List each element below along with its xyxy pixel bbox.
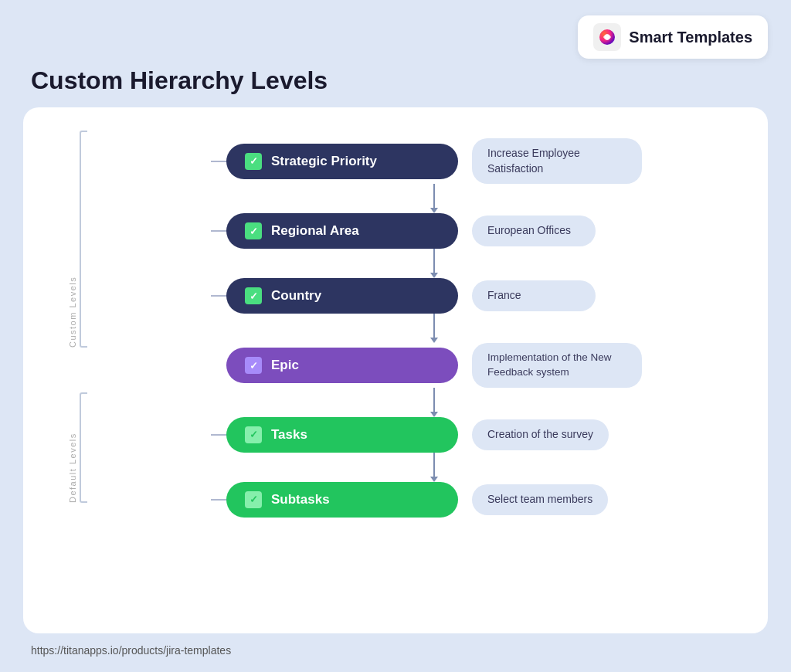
footer-url: https://titanapps.io/products/jira-templ…	[23, 644, 768, 657]
arrow-5	[430, 453, 438, 482]
node-row-subtasks: ✓ Subtasks Select team members	[211, 482, 642, 518]
node-tasks: ✓ Tasks	[226, 417, 458, 453]
checkmark-subtasks: ✓	[250, 494, 258, 505]
smart-templates-label: Smart Templates	[629, 29, 752, 46]
desc-pill-regional: European Offices	[472, 216, 596, 246]
checkbox-country: ✓	[245, 287, 262, 304]
checkmark-strategic: ✓	[250, 155, 258, 167]
checkmark-country: ✓	[250, 290, 258, 302]
desc-pill-epic: Implementation of the New Feedback syste…	[472, 343, 642, 388]
checkmark-regional: ✓	[250, 226, 258, 237]
connector-h-tasks	[211, 434, 226, 436]
node-row-epic: ✓ Epic Implementation of the New Feedbac…	[211, 343, 642, 388]
node-subtasks: ✓ Subtasks	[226, 482, 458, 518]
node-row-strategic-priority: ✓ Strategic Priority Increase Employee S…	[211, 138, 642, 184]
node-label-tasks: Tasks	[271, 427, 307, 443]
default-levels-brace: Default Levels	[68, 392, 87, 503]
desc-pill-tasks: Creation of the survey	[472, 419, 609, 450]
svg-point-2	[605, 35, 609, 39]
checkbox-subtasks: ✓	[245, 491, 262, 508]
desc-pill-subtasks: Select team members	[472, 484, 608, 515]
checkbox-epic: ✓	[245, 357, 262, 374]
checkbox-tasks: ✓	[245, 426, 262, 443]
node-label-country: Country	[271, 288, 321, 304]
arrow-2	[430, 249, 438, 278]
node-label-regional: Regional Area	[271, 223, 359, 239]
desc-pill-country: France	[472, 280, 596, 311]
connector-h-strategic	[211, 161, 226, 162]
nodes-column: ✓ Strategic Priority Increase Employee S…	[211, 138, 642, 518]
diagram-container: Custom Levels Default Levels ✓ Strategic…	[54, 131, 737, 525]
node-label-subtasks: Subtasks	[271, 492, 330, 507]
node-country: ✓ Country	[226, 278, 458, 314]
checkmark-tasks: ✓	[250, 429, 258, 440]
node-epic: ✓ Epic	[226, 348, 458, 383]
arrow-4	[430, 388, 438, 417]
checkmark-epic: ✓	[250, 360, 258, 372]
custom-levels-brace: Custom Levels	[68, 131, 87, 348]
custom-levels-label: Custom Levels	[68, 131, 77, 348]
desc-pill-strategic: Increase Employee Satisfaction	[472, 138, 642, 184]
smart-templates-badge: Smart Templates	[578, 15, 768, 59]
arrow-1	[430, 184, 438, 213]
page-title: Custom Hierarchy Levels	[23, 66, 768, 95]
brand-icon	[593, 23, 621, 51]
connector-h-subtasks	[211, 499, 226, 501]
node-row-country: ✓ Country France	[211, 278, 642, 314]
node-regional-area: ✓ Regional Area	[226, 213, 458, 249]
node-strategic-priority: ✓ Strategic Priority	[226, 144, 458, 179]
node-label-strategic: Strategic Priority	[271, 154, 377, 169]
node-row-regional-area: ✓ Regional Area European Offices	[211, 213, 642, 249]
checkbox-regional: ✓	[245, 222, 262, 239]
node-label-epic: Epic	[271, 358, 299, 373]
connector-h-country	[211, 295, 226, 297]
main-card: Custom Levels Default Levels ✓ Strategic…	[23, 107, 768, 633]
top-bar: Smart Templates	[23, 15, 768, 59]
default-levels-label: Default Levels	[68, 392, 77, 503]
arrow-3	[430, 314, 438, 343]
connector-h-regional	[211, 230, 226, 232]
node-row-tasks: ✓ Tasks Creation of the survey	[211, 417, 642, 453]
checkbox-strategic: ✓	[245, 153, 262, 170]
